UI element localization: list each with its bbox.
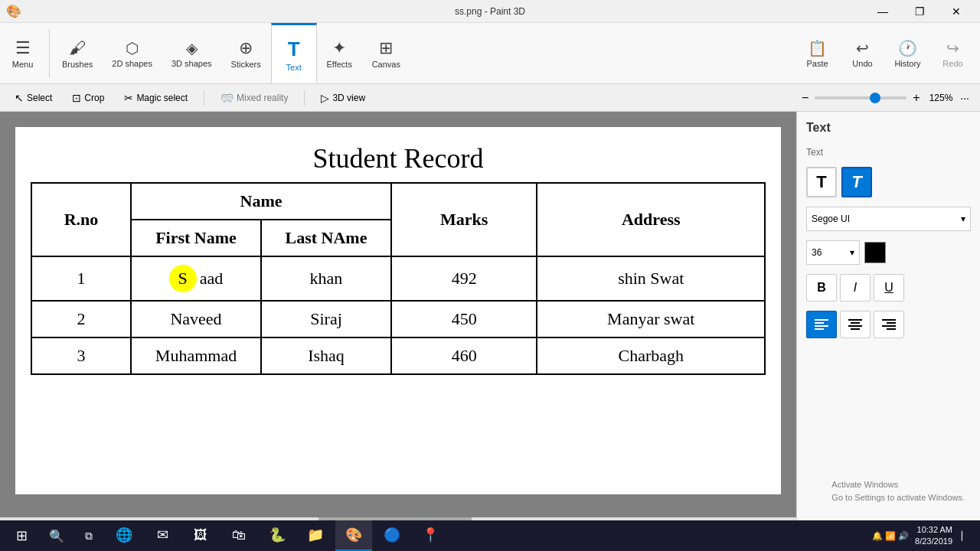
zoom-slider[interactable] [815, 96, 906, 99]
3dshapes-icon: ◈ [186, 39, 198, 57]
text-ribbon-icon: T [288, 37, 300, 61]
ribbon-effects[interactable]: ✦ Effects [317, 23, 363, 83]
underline-button[interactable]: U [874, 274, 904, 302]
header-address: Address [537, 183, 765, 256]
taskbar-paint3d[interactable]: 🎨 [335, 520, 372, 551]
show-desktop-button[interactable]: ▏ [959, 531, 971, 541]
text-style-normal-button[interactable]: T [806, 167, 837, 197]
ribbon-text[interactable]: T Text [271, 23, 317, 83]
font-size-dropdown-icon: ▾ [850, 247, 854, 258]
bold-button[interactable]: B [806, 274, 837, 302]
start-button[interactable]: ⊞ [3, 520, 40, 551]
ribbon-2dshapes[interactable]: ⬡ 2D shapes [103, 23, 162, 83]
window-title: ss.png - Paint 3D [455, 6, 525, 17]
search-button[interactable]: 🔍 [41, 520, 72, 551]
crop-button[interactable]: ⊡ Crop [64, 88, 113, 108]
paste-button[interactable]: 📋 Paste [796, 34, 838, 73]
taskbar: ⊞ 🔍 ⧉ 🌐 ✉ 🖼 🛍 🐍 📁 🎨 🔵 📍 🔔 📶 🔊 10:32 AM 8… [0, 520, 980, 551]
cell-fname-3: Muhammad [131, 337, 261, 374]
align-left-button[interactable] [806, 311, 837, 338]
menu-label: Menu [12, 60, 34, 69]
history-icon: 🕐 [898, 39, 917, 57]
effects-label: Effects [326, 60, 351, 69]
taskbar-files[interactable]: 📁 [297, 520, 334, 551]
panel-title: Text [806, 121, 971, 135]
select-button[interactable]: ↖ Select [6, 88, 60, 108]
taskbar-chrome[interactable]: 🔵 [374, 520, 410, 551]
ribbon-stickers[interactable]: ⊕ Stickers [222, 23, 271, 83]
magic-select-button[interactable]: ✂ Magic select [116, 88, 196, 108]
undo-label: Undo [852, 59, 872, 68]
3d-view-button[interactable]: ▷ 3D view [312, 88, 374, 108]
header-name: Name [131, 183, 391, 220]
ribbon-3dshapes[interactable]: ◈ 3D shapes [162, 23, 222, 83]
activate-windows-notice: Activate Windows Go to Settings to activ… [831, 478, 965, 505]
svg-rect-0 [815, 319, 828, 321]
brushes-label: Brushes [62, 60, 93, 69]
font-name-select[interactable]: Segoe UI ▾ [806, 207, 971, 231]
zoom-plus[interactable]: + [910, 91, 923, 105]
toolbar-more-button[interactable]: ··· [956, 90, 974, 106]
2dshapes-label: 2D shapes [112, 59, 152, 68]
align-center-icon [848, 319, 862, 330]
zoom-minus[interactable]: − [799, 91, 812, 105]
taskbar-mail[interactable]: ✉ [144, 520, 181, 551]
panel-subtitle: Text [806, 147, 971, 158]
taskbar-time-value: 10:32 AM [915, 524, 952, 536]
table-row: 1 Saad khan 492 shin Swat [31, 256, 765, 301]
header-firstname: First Name [131, 220, 261, 256]
svg-rect-5 [851, 322, 860, 324]
header-marks: Marks [391, 183, 537, 256]
font-name-value: Segoe UI [812, 214, 850, 224]
taskbar-photos[interactable]: 🖼 [182, 520, 219, 551]
align-buttons [806, 311, 971, 338]
taskbar-datetime[interactable]: 10:32 AM 8/23/2019 [915, 524, 952, 548]
cell-address-2: Manyar swat [537, 301, 765, 337]
paste-icon: 📋 [808, 39, 827, 57]
cell-lname-1: khan [261, 256, 391, 301]
ribbon-menu[interactable]: ☰ Menu [0, 23, 46, 83]
title-bar: 🎨 ss.png - Paint 3D — ❐ ✕ [0, 0, 980, 23]
text-label: Text [286, 63, 302, 72]
zoom-thumb[interactable] [870, 93, 880, 103]
canvas-area[interactable]: Student Record R.no Name Marks Address F… [0, 112, 796, 527]
cell-fname-2: Naveed [131, 301, 261, 337]
italic-button[interactable]: I [840, 274, 871, 302]
mixed-reality-button[interactable]: 🥽 Mixed reality [212, 88, 296, 108]
history-button[interactable]: 🕐 History [887, 34, 929, 73]
taskbar-snake[interactable]: 🐍 [259, 520, 296, 551]
taskbar-maps[interactable]: 📍 [412, 520, 449, 551]
maximize-button[interactable]: ❐ [902, 1, 937, 22]
magic-select-icon: ✂ [124, 92, 133, 104]
align-right-icon [882, 319, 896, 330]
activate-line2: Go to Settings to activate Windows. [831, 491, 965, 505]
redo-label: Redo [942, 59, 962, 68]
cell-marks-3: 460 [391, 337, 537, 374]
ribbon-canvas[interactable]: ⊞ Canvas [363, 23, 410, 83]
ribbon: ☰ Menu 🖌 Brushes ⬡ 2D shapes ◈ 3D shapes… [0, 23, 980, 84]
redo-button[interactable]: ↪ Redo [932, 34, 974, 73]
table-row: 3 Muhammad Ishaq 460 Charbagh [31, 337, 765, 374]
minimize-button[interactable]: — [865, 1, 900, 22]
svg-rect-4 [848, 319, 862, 321]
color-picker[interactable] [864, 242, 886, 263]
align-center-button[interactable] [840, 311, 871, 338]
zoom-value: 125% [929, 93, 953, 103]
zoom-control: − + 125% ··· [799, 90, 974, 106]
cell-lname-2: Siraj [261, 301, 391, 337]
svg-rect-10 [882, 325, 896, 327]
taskbar-store[interactable]: 🛍 [220, 520, 257, 551]
close-button[interactable]: ✕ [939, 1, 974, 22]
effects-icon: ✦ [332, 38, 346, 58]
text-style-alt-button[interactable]: T [841, 167, 872, 197]
canvas-title: Student Record [31, 142, 766, 174]
font-size-select[interactable]: 36 ▾ [806, 240, 860, 265]
ribbon-brushes[interactable]: 🖌 Brushes [53, 23, 103, 83]
cell-rno-2: 2 [31, 301, 131, 337]
task-view-button[interactable]: ⧉ [74, 520, 104, 551]
toolbar: ↖ Select ⊡ Crop ✂ Magic select 🥽 Mixed r… [0, 84, 980, 112]
taskbar-ie[interactable]: 🌐 [106, 520, 142, 551]
align-right-button[interactable] [874, 311, 904, 338]
3d-view-label: 3D view [332, 93, 365, 103]
undo-button[interactable]: ↩ Undo [841, 34, 884, 73]
